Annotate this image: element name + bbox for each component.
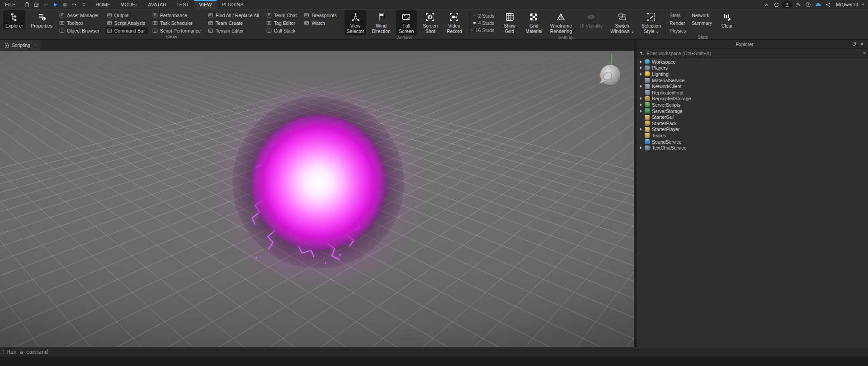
- expand-arrow-icon[interactable]: [638, 73, 644, 75]
- explorer-item-networkclient[interactable]: NetworkClient: [637, 83, 868, 89]
- quickbar-open-file[interactable]: [32, 1, 41, 8]
- view-orientation-gizmo[interactable]: [587, 52, 634, 94]
- ribbon-button-clear[interactable]: Clear: [717, 10, 737, 29]
- titlebar-collapse-ribbon[interactable]: [762, 1, 771, 8]
- expand-arrow-icon[interactable]: [638, 103, 644, 106]
- ribbon-button-stats[interactable]: Stats: [668, 12, 687, 19]
- ribbon-button-team-chat[interactable]: Team Chat: [265, 12, 300, 19]
- explorer-item-textchatservice[interactable]: TextChatService: [637, 145, 868, 151]
- titlebar-cloud[interactable]: [814, 1, 822, 8]
- ribbon-button-show-grid[interactable]: ShowGrid: [499, 10, 520, 35]
- ribbon-button-view-selector[interactable]: ViewSelector: [344, 10, 367, 35]
- filter-funnel-icon[interactable]: [639, 51, 644, 56]
- explorer-item-workspace[interactable]: Workspace: [637, 59, 868, 65]
- menu-test[interactable]: TEST: [171, 0, 194, 9]
- explorer-item-starterpack[interactable]: StarterPack: [637, 120, 868, 127]
- menu-view[interactable]: VIEW: [194, 0, 217, 9]
- expand-arrow-icon[interactable]: [638, 128, 644, 131]
- ribbon-button-object-browser[interactable]: Object Browser: [58, 27, 102, 34]
- ribbon-button-render[interactable]: Render: [668, 20, 687, 27]
- explorer-item-teams[interactable]: Teams: [637, 132, 868, 139]
- ribbon-button-find-all-replace-all[interactable]: Find All / Replace All: [207, 12, 262, 19]
- explorer-item-replicatedfirst[interactable]: ReplicatedFirst: [637, 89, 868, 96]
- ribbon-button-terrain-editor[interactable]: Terrain Editor: [207, 27, 262, 34]
- ribbon-button-call-stack[interactable]: Call Stack: [265, 27, 300, 34]
- tab-close-icon[interactable]: [33, 43, 37, 47]
- ribbon-button-tag-editor[interactable]: Tag Editor: [265, 19, 300, 26]
- titlebar-sync[interactable]: [772, 1, 781, 8]
- explorer-item-startergui[interactable]: StarterGui: [637, 114, 868, 120]
- ribbon-button-wireframe-rendering[interactable]: WireframeRendering: [548, 10, 574, 35]
- menu-avatar[interactable]: AVATAR: [143, 0, 171, 9]
- explorer-item-starterplayer[interactable]: StarterPlayer: [637, 127, 868, 133]
- filter-caret-icon[interactable]: [863, 52, 866, 54]
- ribbon-button-wind-direction[interactable]: WindDirection: [369, 10, 392, 35]
- titlebar-share[interactable]: [824, 1, 832, 8]
- ribbon-button-full-screen[interactable]: FullScreen: [396, 10, 417, 35]
- ribbon-button-asset-manager[interactable]: Asset Manager: [58, 12, 102, 19]
- ribbon-button-properties[interactable]: Properties: [28, 10, 55, 29]
- ribbon-button-task-scheduler[interactable]: Task Scheduler: [151, 19, 203, 26]
- explorer-item-players[interactable]: Players: [637, 65, 868, 71]
- ribbon-button-summary[interactable]: Summary: [690, 20, 713, 27]
- quickbar-undo[interactable]: [70, 1, 79, 8]
- quickbar-stop[interactable]: [60, 1, 70, 8]
- ribbon-button-toolbox[interactable]: Toolbox: [58, 19, 102, 26]
- explorer-item-serverstorage[interactable]: ServerStorage: [637, 108, 868, 114]
- menu-file[interactable]: FILE: [0, 0, 20, 9]
- ribbon-button-watch[interactable]: Watch: [302, 19, 339, 26]
- expand-arrow-icon[interactable]: [638, 66, 644, 69]
- ribbon-button-explorer[interactable]: Explorer: [3, 10, 25, 29]
- menu-model[interactable]: MODEL: [115, 0, 143, 9]
- ribbon-button-output[interactable]: Output: [105, 12, 148, 19]
- username[interactable]: MrQwer13: [836, 2, 858, 7]
- expand-arrow-icon[interactable]: [638, 110, 644, 113]
- ribbon-button-ui-visibility[interactable]: UI Visibility: [577, 10, 605, 29]
- quickbar-redo[interactable]: [41, 1, 51, 8]
- explorer-item-lighting[interactable]: Lighting: [637, 71, 868, 77]
- quickbar-more[interactable]: [79, 1, 89, 8]
- ribbon-button-team-create[interactable]: Team Create: [207, 19, 262, 26]
- ribbon-button-script-analysis[interactable]: Script Analysis: [105, 19, 148, 26]
- explorer-item-serverscripts[interactable]: ServerScripts: [637, 102, 868, 108]
- explorer-item-replicatedstorage[interactable]: ReplicatedStorage: [637, 96, 868, 102]
- ribbon-button-screen-shot[interactable]: ScreenShot: [420, 10, 441, 35]
- ribbon-button-script-performance[interactable]: Script Performance: [151, 27, 203, 34]
- menu-home[interactable]: HOME: [90, 0, 115, 9]
- stud-option-4-studs[interactable]: 4 Studs: [471, 20, 494, 26]
- drag-grip-icon[interactable]: [2, 348, 5, 356]
- viewport-3d[interactable]: [0, 51, 634, 347]
- quickbar-play[interactable]: [51, 1, 60, 8]
- sync-icon: [774, 2, 779, 8]
- ribbon-button-selection-style[interactable]: SelectionStyle: [639, 10, 663, 35]
- expand-arrow-icon[interactable]: [638, 61, 644, 63]
- popout-icon[interactable]: [850, 42, 858, 47]
- sound-service-icon: [645, 139, 650, 144]
- ribbon-button-command-bar[interactable]: Command Bar: [105, 27, 148, 34]
- stud-option-16-studs[interactable]: 16 Studs: [471, 27, 494, 33]
- filter-workspace-input[interactable]: [646, 51, 861, 56]
- close-icon[interactable]: [858, 42, 866, 47]
- ribbon-button-physics[interactable]: Physics: [668, 28, 687, 34]
- titlebar-avatar[interactable]: [782, 1, 793, 8]
- explorer-item-materialservice[interactable]: MaterialService: [637, 77, 868, 84]
- ribbon-button-switch-windows[interactable]: SwitchWindows: [608, 10, 636, 35]
- ribbon-button-grid-material[interactable]: GridMaterial: [523, 10, 544, 35]
- ribbon-button-performance[interactable]: Performance: [151, 12, 203, 19]
- expand-arrow-icon[interactable]: [638, 85, 644, 88]
- titlebar-add-collaborator[interactable]: [794, 1, 802, 8]
- titlebar-help[interactable]: [804, 1, 812, 8]
- explorer-item-soundservice[interactable]: SoundService: [637, 139, 868, 145]
- expand-arrow-icon[interactable]: [638, 97, 644, 100]
- user-menu-caret-icon[interactable]: [862, 4, 864, 5]
- menu-plugins[interactable]: PLUGINS: [217, 0, 248, 9]
- ribbon-button-breakpoints[interactable]: Breakpoints: [302, 12, 339, 19]
- quickbar-new-file[interactable]: [22, 1, 32, 8]
- tab-scripting[interactable]: Scripting: [0, 40, 41, 50]
- expand-arrow-icon[interactable]: [638, 146, 644, 149]
- stud-option-2-studs[interactable]: 2 Studs: [471, 13, 494, 19]
- ribbon-button-video-record[interactable]: VideoRecord: [444, 10, 465, 35]
- ribbon-button-network[interactable]: Network: [690, 12, 713, 19]
- ribbon-group-stats: StatsRenderPhysicsNetworkSummaryClearSta…: [666, 9, 740, 39]
- command-input[interactable]: [7, 349, 866, 355]
